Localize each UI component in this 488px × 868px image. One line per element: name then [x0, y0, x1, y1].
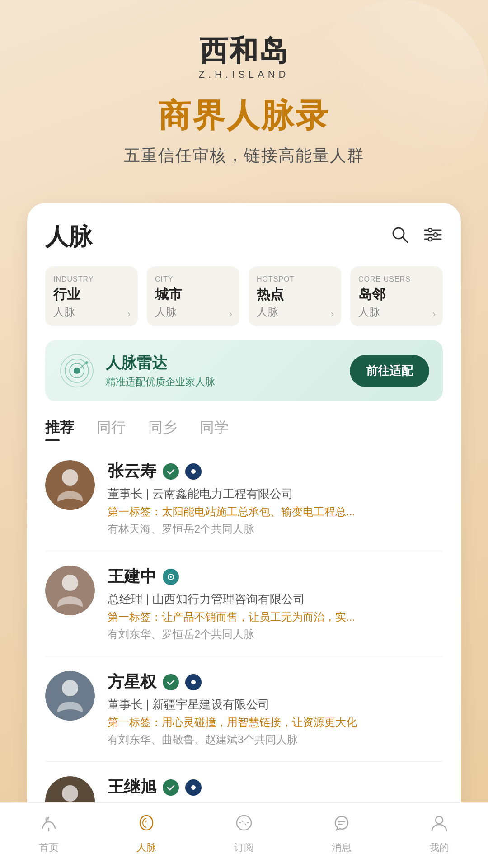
svg-point-37 — [436, 816, 443, 824]
首页-nav-label: 首页 — [39, 841, 59, 854]
page-wrapper: 西和岛 Z.H.ISLAND 商界人脉录 五重信任审核，链接高能量人群 人脉 — [0, 0, 488, 868]
tagline-sub: 五重信任审核，链接高能量人群 — [0, 145, 488, 167]
person-mutual: 有林天海、罗恒岳2个共同人脉 — [108, 522, 443, 536]
person-name-row: 王继旭 — [108, 776, 443, 798]
main-card: 人脉 — [27, 203, 461, 868]
radar-icon — [59, 353, 95, 389]
person-tag: 第一标签：让产品不销而售，让员工无为而治，实... — [108, 610, 443, 624]
svg-point-5 — [428, 228, 432, 232]
nav-item-人脉[interactable]: 人脉 — [115, 812, 178, 854]
消息-nav-icon — [331, 812, 352, 837]
person-mutual: 有刘东华、罗恒岳2个共同人脉 — [108, 627, 443, 642]
人脉-nav-icon — [136, 812, 157, 837]
订阅-nav-icon — [233, 812, 255, 837]
tab-同乡[interactable]: 同乡 — [148, 418, 177, 441]
categories: INDUSTRY 行业 人脉 › CITY 城市 人脉 › HOTSPOT 热点… — [45, 266, 443, 326]
nav-item-订阅[interactable]: 订阅 — [212, 812, 276, 854]
badge-blue — [185, 463, 202, 480]
svg-point-34 — [191, 785, 196, 790]
消息-nav-label: 消息 — [332, 841, 352, 854]
我的-nav-icon — [428, 812, 450, 837]
avatar — [45, 566, 95, 615]
bottom-nav: 首页 人脉 订阅 消息 我的 — [0, 802, 488, 868]
people-list: 张云寿 董事长 | 云南鑫能电力工程有限公司 第一标签：太阳能电站施工总承包、输… — [27, 446, 461, 840]
nav-item-首页[interactable]: 首页 — [17, 812, 80, 854]
svg-point-31 — [62, 785, 78, 802]
radar-left: 人脉雷达 精准适配优质企业家人脉 — [59, 353, 215, 389]
nav-item-消息[interactable]: 消息 — [310, 812, 373, 854]
person-info: 张云寿 董事长 | 云南鑫能电力工程有限公司 第一标签：太阳能电站施工总承包、输… — [108, 460, 443, 536]
person-info: 方星权 董事长 | 新疆宇星建设有限公司 第一标签：用心灵碰撞，用智慧链接，让资… — [108, 671, 443, 747]
person-name: 王建中 — [108, 566, 156, 588]
radar-subtitle: 精准适配优质企业家人脉 — [106, 375, 215, 389]
person-title: 总经理 | 山西知行力管理咨询有限公司 — [108, 591, 443, 607]
filter-icon[interactable] — [423, 225, 443, 249]
avatar — [45, 460, 95, 510]
badge-verified — [163, 463, 179, 480]
person-info: 王建中 总经理 | 山西知行力管理咨询有限公司 第一标签：让产品不销而售，让员工… — [108, 566, 443, 642]
person-name-row: 王建中 — [108, 566, 443, 588]
person-name: 方星权 — [108, 671, 156, 693]
tagline-main: 商界人脉录 — [0, 94, 488, 137]
table-row[interactable]: 方星权 董事长 | 新疆宇星建设有限公司 第一标签：用心灵碰撞，用智慧链接，让资… — [45, 656, 443, 762]
person-name-row: 张云寿 — [108, 460, 443, 482]
category-item-1[interactable]: CITY 城市 人脉 › — [147, 266, 239, 326]
radar-banner: 人脉雷达 精准适配优质企业家人脉 前往适配 — [45, 340, 443, 401]
header-area: 西和岛 Z.H.ISLAND 商界人脉录 五重信任审核，链接高能量人群 — [0, 0, 488, 180]
logo-subtitle: Z.H.ISLAND — [0, 69, 488, 80]
person-mutual: 有刘东华、曲敬鲁、赵建斌3个共同人脉 — [108, 732, 443, 747]
person-name: 王继旭 — [108, 776, 156, 798]
badge-teal — [163, 569, 179, 585]
svg-point-18 — [191, 469, 196, 474]
person-tag: 第一标签：太阳能电站施工总承包、输变电工程总... — [108, 505, 443, 519]
svg-point-29 — [191, 680, 196, 684]
svg-point-26 — [62, 680, 78, 696]
person-name-row: 方星权 — [108, 671, 443, 693]
svg-point-15 — [62, 469, 78, 486]
card-header: 人脉 — [45, 221, 443, 253]
tab-同行[interactable]: 同行 — [97, 418, 126, 441]
category-item-0[interactable]: INDUSTRY 行业 人脉 › — [45, 266, 138, 326]
radar-button[interactable]: 前往适配 — [350, 355, 429, 387]
radar-text-block: 人脉雷达 精准适配优质企业家人脉 — [106, 353, 215, 389]
badge-blue — [185, 674, 202, 690]
person-title: 董事长 | 新疆宇星建设有限公司 — [108, 697, 443, 712]
badge-verified — [163, 674, 179, 690]
首页-nav-icon — [38, 812, 60, 837]
svg-point-20 — [62, 575, 78, 591]
人脉-nav-label: 人脉 — [136, 841, 156, 854]
category-item-2[interactable]: HOTSPOT 热点 人脉 › — [249, 266, 341, 326]
badge-blue — [185, 779, 202, 796]
card-title: 人脉 — [45, 221, 92, 253]
tabs-row: 推荐同行同乡同学 — [45, 401, 443, 446]
header-icons — [390, 225, 443, 249]
svg-point-24 — [170, 576, 172, 578]
tab-同学[interactable]: 同学 — [200, 418, 229, 441]
svg-point-7 — [428, 237, 432, 241]
avatar — [45, 671, 95, 721]
category-item-3[interactable]: CORE USERS 岛邻 人脉 › — [350, 266, 443, 326]
nav-item-我的[interactable]: 我的 — [408, 812, 471, 854]
search-icon[interactable] — [390, 225, 409, 249]
person-name: 张云寿 — [108, 460, 156, 482]
svg-point-6 — [434, 233, 437, 236]
badge-verified — [163, 779, 179, 796]
table-row[interactable]: 张云寿 董事长 | 云南鑫能电力工程有限公司 第一标签：太阳能电站施工总承包、输… — [45, 446, 443, 551]
radar-title: 人脉雷达 — [106, 353, 215, 373]
logo-text: 西和岛 — [0, 36, 488, 65]
svg-point-13 — [85, 361, 88, 364]
我的-nav-label: 我的 — [429, 841, 449, 854]
table-row[interactable]: 王建中 总经理 | 山西知行力管理咨询有限公司 第一标签：让产品不销而售，让员工… — [45, 551, 443, 656]
person-title: 董事长 | 云南鑫能电力工程有限公司 — [108, 486, 443, 502]
订阅-nav-label: 订阅 — [234, 841, 254, 854]
tab-推荐[interactable]: 推荐 — [45, 418, 74, 441]
person-tag: 第一标签：用心灵碰撞，用智慧链接，让资源更大化 — [108, 715, 443, 730]
svg-line-1 — [403, 237, 408, 242]
svg-point-36 — [237, 816, 251, 830]
